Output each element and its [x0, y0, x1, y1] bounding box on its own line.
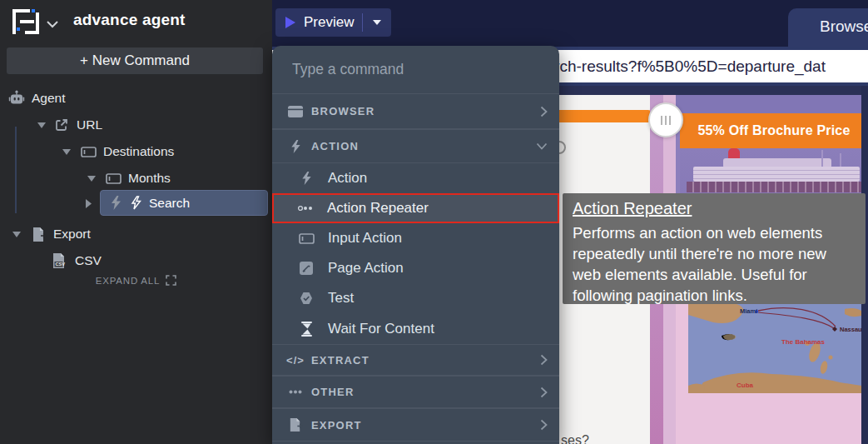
- svg-text:CSV: CSV: [55, 262, 65, 267]
- chevron-right-icon: [540, 106, 548, 117]
- app-logo-icon[interactable]: [10, 7, 42, 37]
- tree-guide-line: [15, 127, 17, 213]
- lightning-icon: [107, 196, 124, 210]
- tree-item-label: URL: [77, 117, 102, 132]
- caribbean-map: Cuba The Bahamas Nassau Miami: [688, 304, 861, 393]
- menu-section-export[interactable]: EXPORT: [272, 408, 559, 442]
- input-box-icon: [80, 147, 97, 157]
- csv-file-icon: CSV: [50, 252, 67, 269]
- lightning-icon: [287, 140, 304, 153]
- menu-item-action[interactable]: Action: [272, 163, 559, 193]
- tree-item-label: CSV: [75, 253, 102, 268]
- chevron-right-icon: [540, 387, 548, 398]
- preview-dropdown-chevron-icon[interactable]: [372, 19, 382, 26]
- tree-item-csv[interactable]: CSV CSV: [50, 250, 102, 272]
- chevron-right-icon: [540, 354, 548, 366]
- ship-hull: [687, 182, 863, 192]
- browser-icon: [287, 106, 304, 117]
- map-label-miami: Miami: [740, 307, 757, 315]
- preview-button-label: Preview: [304, 14, 354, 31]
- caret-down-icon[interactable]: [12, 232, 22, 237]
- map-label-nassau: Nassau: [840, 326, 861, 333]
- preview-button[interactable]: Preview: [275, 8, 391, 37]
- map-label-cuba: Cuba: [737, 382, 754, 389]
- chevron-down-icon: [536, 142, 548, 150]
- panel-resize-handle[interactable]: [648, 102, 683, 137]
- tooltip: Action Repeater Performs an action on we…: [563, 193, 866, 304]
- tree-item-url[interactable]: URL: [37, 114, 102, 136]
- tree-item-months[interactable]: Months: [87, 167, 171, 189]
- menu-item-label: Input Action: [328, 230, 402, 247]
- lightning-icon: [298, 172, 315, 185]
- map-label-bahamas: The Bahamas: [781, 338, 826, 346]
- ship-mast: [821, 150, 823, 168]
- tree-item-label: Agent: [32, 91, 66, 106]
- tree-item-agent[interactable]: Agent: [8, 87, 66, 109]
- tree-item-export[interactable]: Export: [12, 223, 91, 245]
- app-window: Preview Browse earch-results?f%5B0%5D=de…: [0, 0, 868, 444]
- sidebar: advance agent + New Command Agent: [0, 0, 272, 444]
- menu-item-label: Action: [328, 170, 367, 187]
- repeater-dots-icon: [297, 205, 314, 212]
- hourglass-icon: [298, 322, 315, 337]
- tree-item-search[interactable]: Search: [100, 190, 268, 216]
- menu-section-other[interactable]: OTHER: [272, 376, 559, 408]
- tooltip-body: Performs an action on web elements repea…: [573, 222, 856, 306]
- expand-icon: [166, 275, 176, 286]
- promo-banner: 55% Off Brochure Price: [680, 113, 868, 148]
- export-file-icon: [30, 227, 47, 242]
- menu-item-label: Action Repeater: [327, 200, 429, 217]
- menu-section-browser[interactable]: BROWSER: [272, 93, 559, 129]
- menu-section-label: EXPORT: [311, 419, 362, 432]
- browse-tab-label: Browse: [820, 17, 868, 35]
- menu-section-extract[interactable]: </> EXTRACT: [272, 344, 559, 376]
- ellipsis-icon: [287, 390, 304, 394]
- agent-switcher-chevron-icon[interactable]: [47, 17, 58, 32]
- external-link-icon: [53, 117, 70, 132]
- tree-item-label: Search: [149, 196, 190, 211]
- left-panel-text-fragment: ses?: [561, 433, 589, 444]
- command-search-input[interactable]: [292, 61, 525, 78]
- code-icon: </>: [287, 354, 304, 367]
- chevron-right-icon: [540, 419, 548, 431]
- tooltip-title: Action Repeater: [573, 199, 856, 218]
- menu-section-label: EXTRACT: [311, 354, 370, 367]
- browse-tab[interactable]: Browse: [788, 8, 868, 47]
- menu-item-label: Wait For Content: [328, 321, 434, 337]
- export-file-icon: [287, 417, 304, 432]
- menu-item-input-action[interactable]: Input Action: [272, 223, 559, 253]
- orange-progress-slider[interactable]: [559, 110, 654, 122]
- input-box-icon: [105, 173, 122, 184]
- new-command-button[interactable]: + New Command: [7, 47, 263, 74]
- caret-down-icon[interactable]: [62, 149, 72, 155]
- command-search-row: [272, 46, 559, 93]
- menu-item-wait-for-content[interactable]: Wait For Content: [272, 313, 559, 344]
- expand-all-button[interactable]: EXPAND ALL: [0, 275, 272, 286]
- menu-item-label: Page Action: [328, 260, 404, 277]
- tree-item-label: Months: [128, 171, 171, 186]
- input-box-icon: [298, 233, 315, 244]
- menu-section-label: OTHER: [311, 386, 355, 398]
- caret-right-icon[interactable]: [86, 197, 92, 212]
- menu-item-page-action[interactable]: Page Action: [272, 253, 559, 283]
- caret-down-icon[interactable]: [87, 176, 97, 182]
- preview-button-divider: [362, 13, 363, 32]
- expand-all-label: EXPAND ALL: [96, 276, 160, 286]
- menu-item-test[interactable]: Test: [272, 283, 559, 313]
- page-pencil-icon: [298, 262, 315, 275]
- robot-icon: [8, 90, 25, 107]
- radio-circle-icon[interactable]: [559, 141, 566, 154]
- menu-item-action-repeater[interactable]: Action Repeater: [272, 193, 559, 223]
- site-header-strip: [676, 95, 868, 113]
- lightning-outline-icon: [127, 196, 144, 210]
- ship-superstructure: [693, 167, 860, 182]
- tree-item-destinations[interactable]: Destinations: [62, 141, 174, 162]
- agent-title: advance agent: [73, 11, 186, 29]
- tree-item-label: Export: [53, 227, 91, 242]
- menu-section-action[interactable]: ACTION: [272, 129, 559, 163]
- menu-item-label: Test: [328, 290, 354, 307]
- tree-item-label: Destinations: [103, 144, 174, 159]
- caret-down-icon[interactable]: [37, 122, 47, 128]
- command-menu: BROWSER ACTION Action: [272, 46, 559, 444]
- menu-section-label: ACTION: [311, 140, 359, 152]
